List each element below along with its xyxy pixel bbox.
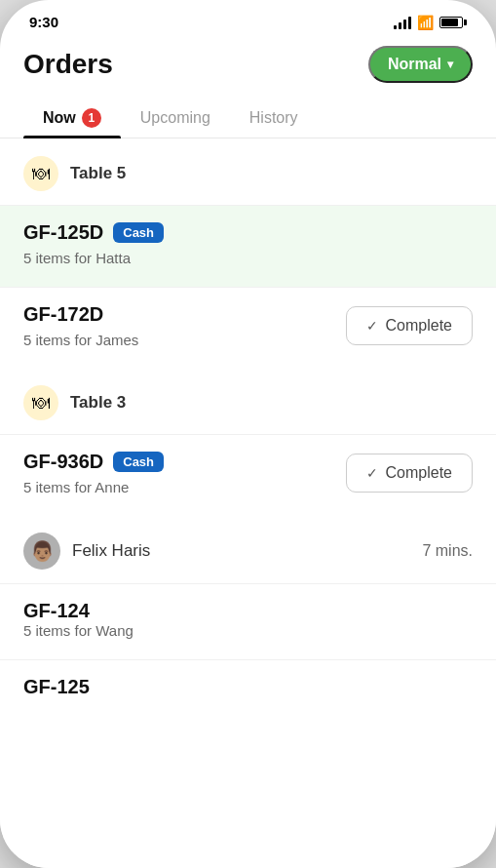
phone-frame: 9:30 📶 Orders Normal ▾ N [0,0,496,868]
order-row-gf936d: GF-936D Cash 5 items for Anne ✓ Complete [0,434,496,515]
status-icons: 📶 [394,15,467,30]
delivery-header-felix: 👨🏽 Felix Haris 7 mins. [0,515,496,583]
delivery-name-felix: Felix Haris [72,541,150,561]
order-desc-gf124: 5 items for Wang [23,622,134,639]
order-card-gf124: GF-124 5 items for Wang [0,583,496,659]
tab-now[interactable]: Now 1 [23,99,121,138]
battery-icon [439,17,467,28]
order-id-gf936d: GF-936D [23,451,103,473]
tab-now-badge: 1 [82,108,101,128]
table-3-name: Table 3 [70,393,126,413]
order-id-gf125d: GF-125D [23,221,103,244]
tab-upcoming[interactable]: Upcoming [121,99,230,138]
content-area: 🍽 Table 5 GF-125D Cash 5 items for Hatta… [0,138,496,868]
tab-history[interactable]: History [230,99,318,138]
tabs: Now 1 Upcoming History [0,99,496,138]
cash-badge-gf125d: Cash [113,222,164,243]
complete-button-gf936d[interactable]: ✓ Complete [346,454,473,493]
order-id-gf124: GF-124 [23,600,90,621]
page-title: Orders [23,49,113,80]
order-desc-gf125d: 5 items for Hatta [23,250,131,266]
table-3-icon: 🍽 [23,385,58,420]
status-time: 9:30 [29,14,58,30]
order-id-gf125-partial: GF-125 [23,676,473,698]
check-icon-gf936d: ✓ [366,465,378,481]
header: Orders Normal ▾ [0,38,496,99]
order-card-gf125-partial: GF-125 [0,659,496,718]
table-icon: 🍽 [23,156,58,191]
table-3-header: 🍽 Table 3 [0,368,496,434]
cash-badge-gf936d: Cash [113,452,164,472]
delivery-time-felix: 7 mins. [422,542,473,560]
complete-button-gf172d[interactable]: ✓ Complete [346,306,473,345]
chevron-down-icon: ▾ [447,58,453,71]
order-desc-gf172d: 5 items for James [23,332,138,348]
check-icon: ✓ [366,318,378,334]
mode-badge-button[interactable]: Normal ▾ [368,46,473,83]
status-bar: 9:30 📶 [0,0,496,38]
order-desc-gf936d: 5 items for Anne [23,479,164,495]
order-card-gf125d: GF-125D Cash 5 items for Hatta [0,205,496,287]
avatar-felix: 👨🏽 [23,533,60,570]
order-id-gf172d: GF-172D [23,303,138,326]
signal-icon [394,16,411,29]
wifi-icon: 📶 [417,15,434,30]
order-row-gf172d: GF-172D 5 items for James ✓ Complete [0,287,496,368]
table-5-header: 🍽 Table 5 [0,138,496,205]
table-5-name: Table 5 [70,164,126,183]
